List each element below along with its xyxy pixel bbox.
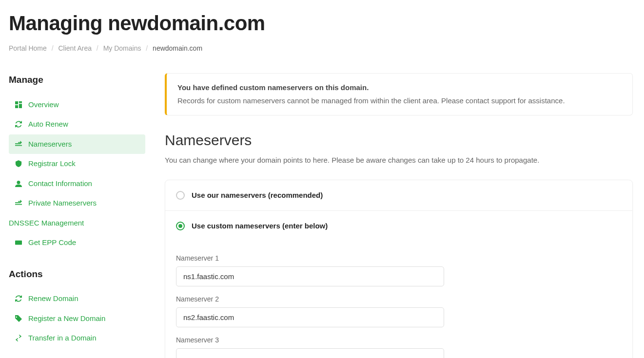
sidebar-item-transfer[interactable]: Transfer in a Domain <box>9 328 145 348</box>
breadcrumb-link[interactable]: My Domains <box>103 44 141 52</box>
tag-icon <box>15 315 22 322</box>
ticket-icon <box>15 239 22 246</box>
alert-title: You have defined custom nameservers on t… <box>177 82 622 94</box>
share-icon <box>15 200 22 207</box>
sidebar-item-renew[interactable]: Renew Domain <box>9 289 145 309</box>
radio-label: Use custom nameservers (enter below) <box>192 221 328 232</box>
sidebar-item-label: Register a New Domain <box>28 313 105 324</box>
breadcrumb: Portal Home / Client Area / My Domains /… <box>9 43 635 54</box>
svg-point-4 <box>17 181 20 184</box>
svg-rect-3 <box>15 105 18 108</box>
svg-rect-0 <box>15 101 18 104</box>
sidebar-item-label: Contact Information <box>28 178 92 189</box>
sidebar-item-label: Renew Domain <box>28 293 78 304</box>
dashboard-icon <box>15 101 22 108</box>
sidebar: Manage Overview Auto Renew <box>9 73 145 358</box>
sidebar-item-registrarlock[interactable]: Registrar Lock <box>9 154 145 174</box>
user-icon <box>15 180 22 187</box>
sidebar-item-nameservers[interactable]: Nameservers <box>9 134 145 154</box>
sidebar-item-dnssec[interactable]: DNSSEC Management <box>9 213 145 233</box>
breadcrumb-sep: / <box>143 44 151 52</box>
ns2-label: Nameserver 2 <box>176 294 622 304</box>
breadcrumb-sep: / <box>49 44 57 52</box>
sidebar-item-eppcode[interactable]: Get EPP Code <box>9 233 145 253</box>
radio-option-default[interactable]: Use our nameservers (recommended) <box>165 180 632 211</box>
sidebar-item-label: Transfer in a Domain <box>28 333 97 344</box>
sidebar-item-label: Get EPP Code <box>28 237 76 248</box>
alert-warning: You have defined custom nameservers on t… <box>165 73 633 115</box>
svg-rect-2 <box>19 104 22 108</box>
main-content: You have defined custom nameservers on t… <box>165 73 633 358</box>
section-title: Nameservers <box>165 129 633 151</box>
refresh-icon <box>15 121 22 128</box>
sidebar-item-contactinfo[interactable]: Contact Information <box>9 174 145 194</box>
ns3-input[interactable] <box>176 348 444 358</box>
radio-option-custom[interactable]: Use custom nameservers (enter below) <box>165 211 632 242</box>
sidebar-item-label: Overview <box>28 99 59 111</box>
ns1-input[interactable] <box>176 266 444 286</box>
sidebar-item-label: Nameservers <box>28 139 72 150</box>
sidebar-item-label: Registrar Lock <box>28 158 76 170</box>
section-subtitle: You can change where your domain points … <box>165 155 633 166</box>
nameserver-panel: Use our nameservers (recommended) Use cu… <box>165 180 633 358</box>
sidebar-item-label: DNSSEC Management <box>9 218 84 229</box>
refresh-icon <box>15 295 22 302</box>
breadcrumb-current: newdomain.com <box>153 44 202 52</box>
sidebar-actions-title: Actions <box>9 267 145 282</box>
page-title: Managing newdomain.com <box>9 8 635 38</box>
exchange-icon <box>15 335 22 341</box>
radio-icon <box>176 191 185 200</box>
ns3-label: Nameserver 3 <box>176 335 622 345</box>
svg-rect-5 <box>15 241 22 245</box>
sidebar-item-privatens[interactable]: Private Nameservers <box>9 193 145 213</box>
nameserver-form: Nameserver 1 Nameserver 2 Nameserver 3 <box>165 242 632 358</box>
ns1-label: Nameserver 1 <box>176 253 622 264</box>
sidebar-item-label: Private Nameservers <box>28 198 97 209</box>
radio-label: Use our nameservers (recommended) <box>192 190 323 201</box>
sidebar-item-autorenew[interactable]: Auto Renew <box>9 114 145 134</box>
sidebar-item-overview[interactable]: Overview <box>9 95 145 115</box>
breadcrumb-link[interactable]: Portal Home <box>9 44 47 52</box>
breadcrumb-sep: / <box>94 44 101 52</box>
share-icon <box>15 141 22 148</box>
breadcrumb-link[interactable]: Client Area <box>58 44 91 52</box>
sidebar-manage-title: Manage <box>9 73 145 87</box>
ns2-input[interactable] <box>176 307 444 327</box>
sidebar-item-label: Auto Renew <box>28 119 68 130</box>
shield-icon <box>15 160 22 167</box>
sidebar-item-register[interactable]: Register a New Domain <box>9 309 145 329</box>
radio-icon <box>176 222 185 230</box>
alert-body: Records for custom nameservers cannot be… <box>177 95 622 107</box>
svg-rect-1 <box>19 101 22 103</box>
